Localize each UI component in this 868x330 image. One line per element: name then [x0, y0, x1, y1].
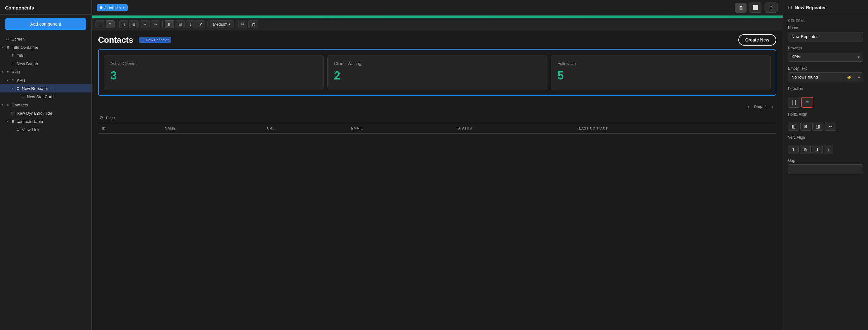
tree-item-kpis-inner[interactable]: ▾≡KPIs — [0, 76, 91, 84]
tree-item-new-button[interactable]: ⊟New Button — [0, 59, 91, 68]
horiz-align-stretch-button[interactable]: ↔ — [825, 122, 836, 131]
toolbar-delete-icon[interactable]: 🗑 — [248, 20, 258, 28]
route-pill[interactable]: /contacts ▾ — [97, 4, 128, 11]
vert-align-middle-button[interactable]: ⊕ — [800, 145, 811, 154]
toolbar-align-right-icon[interactable]: ↔ — [140, 20, 150, 28]
table-header-last-contact: LAST CONTACT — [575, 123, 776, 134]
tree-item-screen[interactable]: □Screen — [0, 35, 91, 43]
direction-label: Direction — [788, 86, 863, 91]
vert-align-label: Vert. Align — [788, 135, 863, 140]
tree-label: New Stat Card — [27, 94, 54, 99]
toolbar-col-icon[interactable]: ||| — [96, 20, 104, 28]
chevron-icon: ▾ — [5, 119, 9, 123]
size-select[interactable]: Medium ▾ — [210, 20, 234, 28]
vert-align-stretch-button[interactable]: ↕ — [824, 145, 833, 154]
chevron-icon: ▾ — [0, 103, 4, 107]
toolbar-valign-bot-icon[interactable]: ↕ — [186, 20, 195, 28]
name-field-group: Name — [783, 24, 868, 45]
horiz-align-label: Horiz. Align — [788, 112, 863, 116]
stat-card-1: Clients Waiting 2 — [328, 55, 547, 90]
toolbar-row-icon[interactable]: ≡ — [106, 20, 115, 28]
vert-align-buttons: ⬆ ⊕ ⬇ ↕ — [783, 144, 868, 157]
toolbar-valign-mid-icon[interactable]: ⊟ — [176, 20, 185, 28]
tree-item-new-stat-card[interactable]: □New Stat Card — [0, 92, 91, 101]
horiz-align-left-button[interactable]: ◧ — [788, 122, 799, 131]
prev-page-button[interactable]: ‹ — [746, 103, 751, 110]
empty-text-input[interactable] — [788, 72, 843, 82]
contacts-title: Contacts — [98, 35, 133, 45]
add-component-button[interactable]: Add component — [5, 18, 86, 30]
table-header-row: IDNAMEURLEMAILSTATUSLAST CONTACT — [98, 123, 776, 134]
chevron-icon: ▾ — [5, 78, 9, 82]
filter-icon: ▽ — [10, 111, 15, 116]
stat-card-2: Follow Up 5 — [551, 55, 771, 90]
toolbar-copy-icon[interactable]: ⧉ — [238, 20, 247, 28]
tree-label: Title — [17, 53, 24, 58]
table-header-url: URL — [263, 123, 347, 134]
card-icon: □ — [20, 94, 25, 99]
right-panel-header: ⊡ New Repeater — [783, 0, 868, 15]
desktop-view-button[interactable]: 🖥 — [735, 3, 747, 13]
size-chevron-icon: ▾ — [229, 22, 230, 26]
tree-item-contacts-table[interactable]: ▾⊞contacts Table — [0, 117, 91, 126]
name-field-label: Name — [788, 26, 863, 30]
empty-text-caret-button[interactable]: ▾ — [855, 72, 863, 82]
mobile-view-button[interactable]: 📱 — [765, 3, 778, 13]
right-panel-title: New Repeater — [795, 5, 826, 10]
tree-item-kpis-group[interactable]: ▾≡KPIs — [0, 68, 91, 76]
gap-field-group: Gap — [783, 157, 868, 177]
tree-item-title-container[interactable]: ▾⊞Title Container — [0, 43, 91, 51]
stat-label: Follow Up — [557, 61, 764, 66]
direction-buttons: ||| ≡ — [783, 95, 868, 111]
toolbar-valign-stretch-icon[interactable]: ⤢ — [196, 20, 205, 28]
link-icon: ⊙ — [15, 127, 20, 132]
table-header: IDNAMEURLEMAILSTATUSLAST CONTACT — [98, 123, 776, 134]
create-new-button[interactable]: Create New — [738, 34, 776, 46]
toolbar-align-center-icon[interactable]: ⊕ — [129, 20, 138, 28]
gap-input[interactable] — [788, 164, 863, 174]
toolbar-sep-4 — [236, 21, 236, 27]
component-tree: □Screen▾⊞Title ContainerTTitle⊟New Butto… — [0, 33, 91, 330]
new-repeater-badge: ⊡ New Repeater — [139, 37, 171, 43]
stat-value: 5 — [557, 69, 764, 82]
kpis-icon: ≡ — [10, 78, 15, 83]
repeater-container: Active Clients 3 Clients Waiting 2 Follo… — [98, 49, 776, 95]
tree-item-new-dynamic-filter[interactable]: ▽New Dynamic Filter — [0, 109, 91, 117]
tree-item-contacts-group[interactable]: ▾≡Contacts — [0, 101, 91, 109]
group-icon: ≡ — [5, 70, 10, 75]
horiz-align-right-button[interactable]: ◨ — [812, 122, 824, 131]
filter-icon: ⚙ — [99, 115, 103, 120]
bolt-button[interactable]: ⚡ — [843, 72, 855, 82]
direction-col-button[interactable]: ||| — [788, 97, 800, 108]
next-page-button[interactable]: › — [770, 103, 775, 110]
vert-align-top-button[interactable]: ⬆ — [788, 145, 799, 154]
chevron-icon: ▾ — [0, 45, 4, 49]
contacts-section: Contacts ⊡ New Repeater Create New Activ… — [92, 30, 783, 137]
tree-item-title[interactable]: TTitle — [0, 51, 91, 59]
table-header-id: ID — [98, 123, 161, 134]
vert-align-bottom-button[interactable]: ⬇ — [812, 145, 823, 154]
component-toolbar: ||| ≡ ⌷ ⊕ ↔ ⇔ ◧ ⊟ ↕ ⤢ Medium ▾ ⧉ 🗑 — [92, 18, 783, 30]
route-path: /contacts — [104, 5, 121, 10]
provider-select[interactable]: KPIs — [788, 52, 863, 62]
direction-row-button[interactable]: ≡ — [801, 97, 813, 108]
toolbar-sep-2 — [162, 21, 163, 27]
horiz-align-center-button[interactable]: ⊕ — [800, 122, 811, 131]
tablet-view-button[interactable]: ⬜ — [749, 3, 762, 13]
table-icon: ⊞ — [10, 119, 15, 124]
tree-item-new-repeater[interactable]: ▾⊡New Repeater··· — [0, 84, 91, 92]
stat-label: Clients Waiting — [334, 61, 540, 66]
toolbar-align-left-icon[interactable]: ⌷ — [119, 20, 128, 28]
name-input[interactable] — [788, 32, 863, 42]
pagination-bar: ‹ Page 1 › — [98, 101, 776, 113]
toolbar-valign-top-icon[interactable]: ◧ — [165, 20, 174, 28]
filter-label: Filter — [106, 116, 115, 120]
stat-value: 3 — [111, 69, 317, 82]
right-panel: ⊡ New Repeater GENERAL Name Provider KPI… — [783, 0, 868, 330]
toolbar-align-stretch-icon[interactable]: ⇔ — [151, 20, 160, 28]
main-content: /contacts ▾ 🖥 ⬜ 📱 ||| ≡ ⌷ ⊕ ↔ ⇔ ◧ ⊟ ↕ ⤢ — [92, 0, 783, 330]
tree-label: Title Container — [12, 45, 38, 50]
tree-item-view-link[interactable]: ⊙View Link — [0, 126, 91, 134]
more-options-icon[interactable]: ··· — [50, 86, 54, 91]
contacts-header: Contacts ⊡ New Repeater Create New — [98, 34, 776, 46]
